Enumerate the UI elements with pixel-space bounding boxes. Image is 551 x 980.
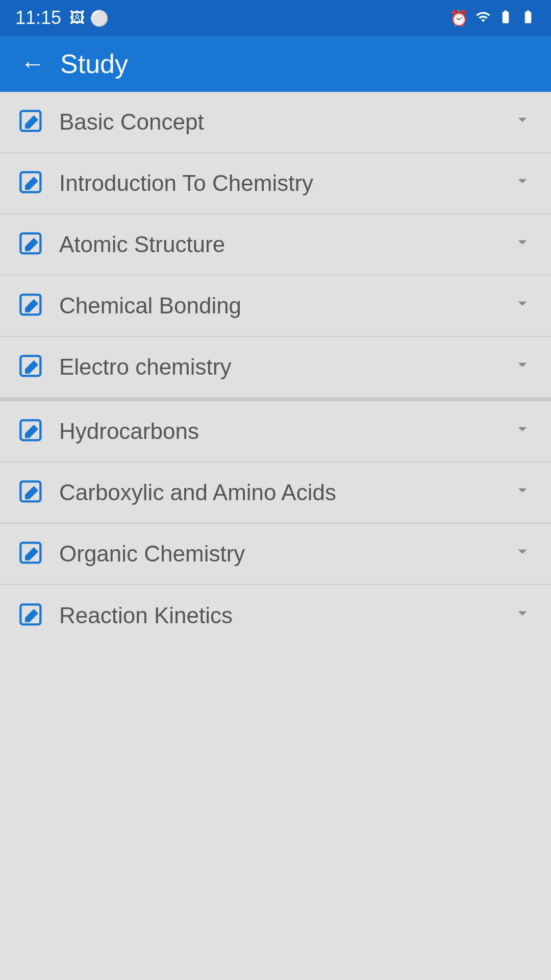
item-label-electro-chemistry: Electro chemistry: [59, 354, 231, 380]
status-bar-right: ⏰: [449, 9, 536, 27]
list-item-left-hydrocarbons: Hydrocarbons: [18, 418, 199, 445]
item-label-organic-chemistry: Organic Chemistry: [59, 541, 245, 567]
signal-icon-2: [498, 9, 513, 27]
edit-icon-intro-chemistry: [18, 170, 45, 197]
chevron-icon-electro-chemistry: [512, 354, 533, 380]
edit-icon-carboxylic-amino: [18, 479, 45, 506]
item-label-hydrocarbons: Hydrocarbons: [59, 419, 199, 444]
edit-icon-basic-concept: [18, 109, 45, 135]
list-item-intro-chemistry[interactable]: Introduction To Chemistry: [0, 153, 551, 214]
list-item-left-basic-concept: Basic Concept: [18, 109, 204, 135]
list-item-left-electro-chemistry: Electro chemistry: [18, 354, 231, 380]
edit-icon-reaction-kinetics: [18, 602, 45, 629]
item-label-intro-chemistry: Introduction To Chemistry: [59, 170, 313, 196]
list-item-carboxylic-amino[interactable]: Carboxylic and Amino Acids: [0, 462, 551, 524]
chevron-icon-atomic-structure: [512, 232, 533, 257]
item-label-basic-concept: Basic Concept: [59, 109, 204, 135]
page-title: Study: [60, 48, 128, 79]
list-item-left-reaction-kinetics: Reaction Kinetics: [18, 602, 233, 629]
signal-icon-1: [475, 9, 491, 27]
list-item-chemical-bonding[interactable]: Chemical Bonding: [0, 276, 551, 337]
list-item-left-intro-chemistry: Introduction To Chemistry: [18, 170, 313, 197]
list-item-electro-chemistry[interactable]: Electro chemistry: [0, 337, 551, 398]
edit-icon-hydrocarbons: [18, 418, 45, 445]
list-item-left-atomic-structure: Atomic Structure: [18, 231, 225, 258]
image-icon: 🖼: [69, 9, 85, 27]
chevron-icon-hydrocarbons: [512, 419, 533, 444]
list-item-reaction-kinetics[interactable]: Reaction Kinetics: [0, 585, 551, 646]
item-label-reaction-kinetics: Reaction Kinetics: [59, 603, 233, 628]
item-label-chemical-bonding: Chemical Bonding: [59, 293, 241, 318]
chevron-icon-basic-concept: [512, 109, 533, 135]
chevron-icon-intro-chemistry: [512, 170, 533, 196]
status-bar: 11:15 🖼 ⚪ ⏰: [0, 0, 551, 36]
alarm-icon: ⏰: [449, 9, 468, 27]
app-header: ← Study: [0, 36, 551, 92]
list-item-left-chemical-bonding: Chemical Bonding: [18, 292, 241, 319]
back-button[interactable]: ←: [20, 52, 45, 76]
list-item-basic-concept[interactable]: Basic Concept: [0, 92, 551, 153]
list-item-left-carboxylic-amino: Carboxylic and Amino Acids: [18, 479, 336, 506]
status-bar-left: 11:15 🖼 ⚪: [15, 7, 109, 29]
edit-icon-atomic-structure: [18, 231, 45, 258]
chevron-icon-chemical-bonding: [512, 293, 533, 318]
list-item-left-organic-chemistry: Organic Chemistry: [18, 541, 245, 567]
list-item-atomic-structure[interactable]: Atomic Structure: [0, 214, 551, 276]
dot-icon: ⚪: [90, 9, 109, 27]
status-icons: 🖼 ⚪: [69, 9, 109, 27]
list-item-hydrocarbons[interactable]: Hydrocarbons: [0, 401, 551, 462]
chevron-icon-carboxylic-amino: [512, 480, 533, 505]
item-label-carboxylic-amino: Carboxylic and Amino Acids: [59, 480, 336, 505]
chevron-icon-organic-chemistry: [512, 541, 533, 567]
edit-icon-organic-chemistry: [18, 541, 45, 567]
chevron-icon-reaction-kinetics: [512, 603, 533, 628]
item-label-atomic-structure: Atomic Structure: [59, 232, 225, 257]
battery-icon: [520, 9, 536, 27]
edit-icon-electro-chemistry: [18, 354, 45, 380]
status-time: 11:15: [15, 7, 61, 29]
study-list: Basic Concept Introduction To Chemistry …: [0, 92, 551, 646]
edit-icon-chemical-bonding: [18, 292, 45, 319]
list-item-organic-chemistry[interactable]: Organic Chemistry: [0, 524, 551, 585]
bottom-area: [0, 646, 551, 748]
